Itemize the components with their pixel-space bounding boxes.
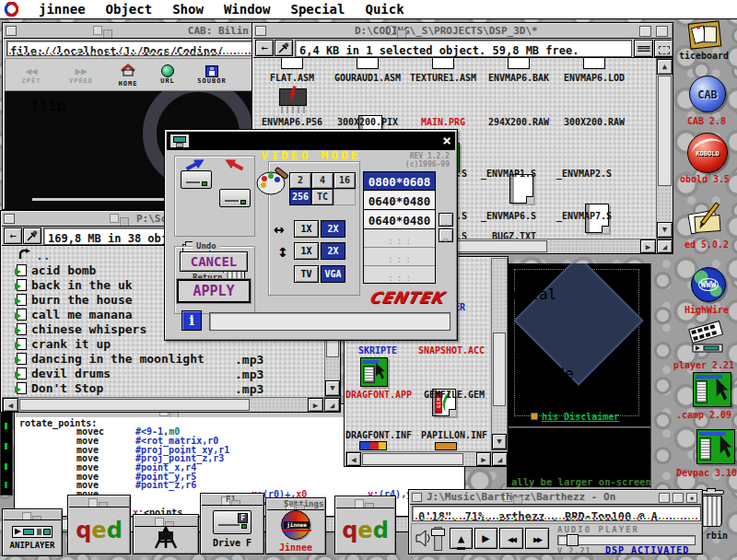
file-button[interactable]: SOUBOR xyxy=(188,65,236,85)
file-label[interactable]: GOURAUD1.ASM xyxy=(331,73,404,83)
file-item[interactable]: back in the uk xyxy=(17,277,133,292)
rewind-button[interactable]: ◀◀ xyxy=(499,528,523,549)
scroll-up-button[interactable]: ▲ xyxy=(657,59,673,75)
file-label[interactable]: __BUGZ.TXT xyxy=(472,231,545,239)
file-item[interactable]: acid bomb xyxy=(17,262,96,277)
scroll-down-button[interactable]: ▼ xyxy=(657,222,673,238)
file-item[interactable]: devil drums xyxy=(17,366,111,380)
depth-16-button[interactable]: 16 xyxy=(333,172,356,189)
dialog-title-bar[interactable]: VIDEO MODE × xyxy=(167,132,455,150)
forward-button[interactable]: ▶▶ xyxy=(525,528,549,549)
file-label[interactable]: _ENVMAP7.S xyxy=(547,211,621,221)
fuller-button[interactable] xyxy=(656,26,668,37)
file-label[interactable]: ENVMAP6.P56 xyxy=(255,117,329,127)
depth-2-button[interactable]: 2 xyxy=(289,172,311,189)
iconified-window-easel[interactable] xyxy=(133,514,199,554)
file-label-selected[interactable]: MAIN.PRG xyxy=(406,117,480,127)
hscale-1x-button[interactable]: 1X xyxy=(294,220,319,238)
file-label[interactable]: 300X200.PIX xyxy=(331,117,404,127)
vscale-1x-button[interactable]: 1X xyxy=(294,242,319,260)
iconified-window-qed[interactable]: qed xyxy=(67,495,131,554)
cancel-button[interactable]: CANCEL xyxy=(180,251,248,272)
scroll-thumb[interactable] xyxy=(19,399,250,411)
v-scrollbar[interactable]: ▼ xyxy=(491,258,508,450)
v-scrollbar[interactable]: ▲ ▼ xyxy=(656,58,673,239)
close-box[interactable] xyxy=(4,214,15,224)
h-scrollbar[interactable]: ◀ ▶ ◢ xyxy=(2,397,341,413)
resolution-item[interactable]: 0640*0480 xyxy=(364,192,435,210)
scroll-thumb[interactable] xyxy=(362,453,463,465)
iconified-window-qed-2[interactable]: qed xyxy=(334,496,396,554)
menu-item-show[interactable]: Show xyxy=(172,2,204,17)
menu-item-window[interactable]: Window xyxy=(224,2,271,17)
sizer-corner[interactable]: ◢ xyxy=(492,452,508,466)
list-down-button[interactable]: ▽ xyxy=(439,228,453,242)
file-item[interactable]: burn the house xyxy=(17,292,133,307)
url-button[interactable]: URL xyxy=(151,64,184,85)
hscale-2x-button[interactable]: 2X xyxy=(321,220,345,238)
desktop-icon-devpac[interactable] xyxy=(696,429,735,464)
scroll-right-button[interactable]: ▶ xyxy=(476,452,491,466)
back-button[interactable]: ← xyxy=(4,228,22,244)
file-label[interactable]: GEMFILE.GEM xyxy=(415,390,490,400)
iconified-window-jinnee[interactable]: Settings jinnee Jinnee xyxy=(265,497,326,554)
title-bar[interactable]: Settings xyxy=(267,499,324,510)
sizer-corner[interactable]: ◢ xyxy=(324,398,340,412)
iconified-window-drive-f[interactable]: F1 F Drive F xyxy=(200,493,264,554)
file-label[interactable]: FLAT.ASM xyxy=(255,73,329,83)
close-box[interactable] xyxy=(255,26,266,36)
menu-item-special[interactable]: Special xyxy=(290,2,345,17)
file-label[interactable]: ENVMAP6.LOD xyxy=(557,73,631,83)
h-scrollbar[interactable]: ◀ ▶ ◢ xyxy=(345,451,509,467)
iconify-button[interactable] xyxy=(639,26,651,37)
pin-button[interactable] xyxy=(23,228,41,244)
menu-item-object[interactable]: Object xyxy=(106,2,153,17)
title-bar[interactable]: F1 xyxy=(202,495,263,506)
menu-item-quick[interactable]: Quick xyxy=(365,2,404,17)
file-label[interactable]: PAPILLON.INF xyxy=(415,430,490,440)
iconify-button[interactable] xyxy=(659,493,670,503)
file-label[interactable]: DRAGFONT.INF xyxy=(345,430,415,440)
iconified-window-aniplayer[interactable]: ANIPLAYER xyxy=(2,508,63,556)
file-label[interactable]: _ENVMAP6.S xyxy=(472,211,545,221)
file-item[interactable]: chinese whispers xyxy=(17,321,146,336)
magic-logo-icon[interactable] xyxy=(4,2,18,17)
play-button[interactable]: ▶ xyxy=(474,528,497,549)
vscale-2x-button[interactable]: 2X xyxy=(321,242,345,260)
scroll-right-button[interactable]: ▶ xyxy=(640,239,656,253)
title-bar[interactable]: J:\Music\Barthezz\Barthezz - On ▪ xyxy=(410,491,701,505)
folder-label[interactable]: SKRIPTE xyxy=(345,345,410,356)
desktop-icon-xcamp[interactable] xyxy=(693,372,731,407)
depth-tc-button[interactable]: TC xyxy=(311,189,333,205)
home-button[interactable]: HOME xyxy=(109,63,147,88)
back-button[interactable]: ◀◀ ZPĚT xyxy=(9,65,53,85)
resolution-item[interactable]: 0640*0480 xyxy=(364,211,435,229)
progress-thumb[interactable] xyxy=(567,534,579,546)
file-label[interactable]: 294X200.RAW xyxy=(482,117,556,127)
shade-button[interactable] xyxy=(673,493,684,503)
eject-button[interactable]: ▲ xyxy=(450,528,473,549)
file-label-selected[interactable]: SNAPSHOT.ACC xyxy=(412,345,490,356)
app-icon[interactable] xyxy=(360,357,388,387)
title-bar[interactable] xyxy=(4,510,61,520)
url-field[interactable]: file://localhost/J:/Docs/Coding/ xyxy=(6,41,281,56)
apply-button[interactable]: APPLY xyxy=(177,279,251,303)
scroll-left-button[interactable]: ◀ xyxy=(3,398,18,412)
desktop-icon-kobold[interactable]: KOBOLD xyxy=(687,133,728,173)
title-bar[interactable] xyxy=(69,496,129,508)
scroll-down-button[interactable]: ▼ xyxy=(325,380,340,396)
select-view-button[interactable] xyxy=(654,40,673,57)
sizer-corner[interactable]: ◢ xyxy=(657,239,673,253)
parent-dir-item[interactable]: .. xyxy=(17,248,51,262)
scroll-left-button[interactable]: ◀ xyxy=(346,452,361,466)
pin-button[interactable] xyxy=(275,40,293,56)
close-box[interactable] xyxy=(412,493,422,502)
file-label[interactable]: _ENVMAP1.S xyxy=(472,169,545,179)
desktop-icon-cab[interactable]: CAB xyxy=(689,76,726,112)
file-label[interactable]: TEXTURE1.ASM xyxy=(406,73,480,83)
list-up-button[interactable]: △ xyxy=(439,213,453,227)
back-button[interactable]: ← xyxy=(255,40,274,56)
close-button[interactable]: × xyxy=(442,132,451,150)
file-item[interactable]: call me manana xyxy=(17,307,133,321)
scroll-thumb[interactable] xyxy=(658,76,672,186)
